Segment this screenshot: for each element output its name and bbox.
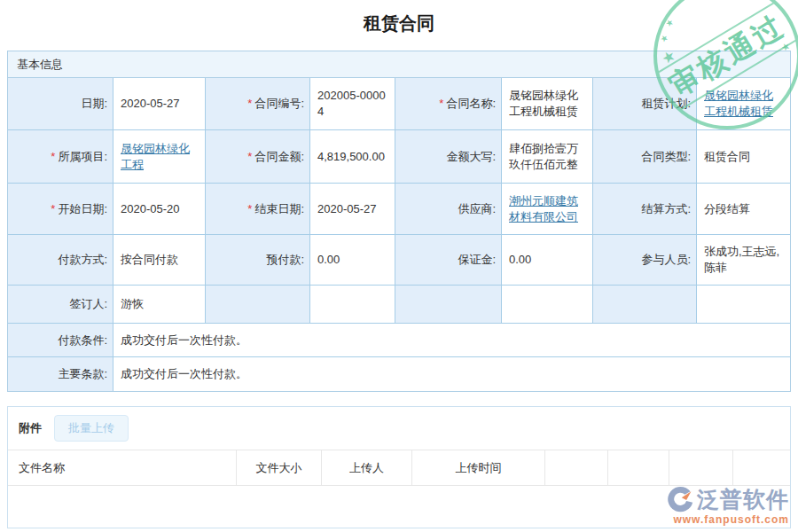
field-participants-value: 张成功,王志远,陈菲 xyxy=(696,235,790,285)
empty-label-cell xyxy=(592,286,696,323)
basic-info-panel: 基本信息 日期: 2020-05-27 *合同编号: 202005-00004 … xyxy=(7,51,791,392)
field-contract-amount-value: 4,819,500.00 xyxy=(309,130,395,183)
field-signer-value: 游恢 xyxy=(113,286,205,323)
form-row: 签订人: 游恢 xyxy=(8,286,790,324)
attachments-header: 附件 批量上传 xyxy=(8,407,790,448)
field-settlement-value: 分段结算 xyxy=(696,184,790,234)
form-row: 主要条款: 成功交付后一次性付款。 xyxy=(8,357,790,391)
field-date-value: 2020-05-27 xyxy=(113,78,205,129)
field-contract-name-value: 晟铭园林绿化工程机械租赁 xyxy=(501,78,592,129)
column-empty xyxy=(544,450,607,485)
required-marker: * xyxy=(51,201,55,217)
form-row: 付款条件: 成功交付后一次性付款。 xyxy=(8,324,790,357)
project-link[interactable]: 晟铭园林绿化工程 xyxy=(121,141,198,172)
field-contract-type-label: 合同类型: xyxy=(592,130,696,183)
field-amount-words-value: 肆佰捌拾壹万玖仟伍佰元整 xyxy=(501,130,592,183)
field-project-label: *所属项目: xyxy=(8,130,113,183)
empty-value-cell xyxy=(309,286,395,323)
empty-value-cell xyxy=(501,286,592,323)
required-marker: * xyxy=(247,149,252,165)
column-empty xyxy=(732,450,790,485)
field-lease-plan-label: 租赁计划: xyxy=(592,78,696,129)
field-supplier-label: 供应商: xyxy=(395,184,501,234)
batch-upload-button[interactable]: 批量上传 xyxy=(54,415,129,442)
supplier-link[interactable]: 潮州元顺建筑材料有限公司 xyxy=(509,193,585,224)
lease-plan-link[interactable]: 晟铭园林绿化工程机械租赁 xyxy=(704,88,783,119)
field-settlement-label: 结算方式: xyxy=(592,184,696,234)
field-participants-label: 参与人员: xyxy=(592,235,696,285)
vendor-watermark: 泛普软件 www.fanpusoft.com xyxy=(666,485,789,526)
field-contract-name-label: *合同名称: xyxy=(395,78,501,129)
required-marker: * xyxy=(247,96,252,112)
field-amount-words-label: 金额大写: xyxy=(395,130,501,183)
field-payment-terms-value: 成功交付后一次性付款。 xyxy=(113,324,790,356)
attachments-table-header: 文件名称 文件大小 上传人 上传时间 xyxy=(8,450,790,486)
field-signer-label: 签订人: xyxy=(8,286,113,323)
field-start-date-value: 2020-05-20 xyxy=(113,184,205,234)
field-deposit-value: 0.00 xyxy=(501,235,592,285)
form-row: *开始日期: 2020-05-20 *结束日期: 2020-05-27 供应商:… xyxy=(8,184,790,235)
field-contract-no-value: 202005-00004 xyxy=(309,78,395,129)
form-row: 日期: 2020-05-27 *合同编号: 202005-00004 *合同名称… xyxy=(8,78,790,130)
attachments-section-title: 附件 xyxy=(19,420,42,436)
empty-label-cell xyxy=(205,286,309,323)
field-main-terms-value: 成功交付后一次性付款。 xyxy=(113,357,790,391)
column-file-name: 文件名称 xyxy=(8,450,236,485)
empty-label-cell xyxy=(395,286,501,323)
field-contract-no-label: *合同编号: xyxy=(205,78,309,129)
column-upload-time: 上传时间 xyxy=(411,450,544,485)
field-contract-amount-label: *合同金额: xyxy=(205,130,309,183)
column-uploader: 上传人 xyxy=(321,450,411,485)
field-lease-plan-value: 晟铭园林绿化工程机械租赁 xyxy=(696,78,790,129)
field-prepayment-label: 预付款: xyxy=(205,235,309,285)
column-empty xyxy=(607,450,669,485)
field-supplier-value: 潮州元顺建筑材料有限公司 xyxy=(501,184,592,234)
fanpu-logo-icon xyxy=(666,486,694,514)
page: { "page": { "title": "租赁合同" }, "stamp": … xyxy=(0,0,798,532)
field-end-date-value: 2020-05-27 xyxy=(309,184,395,234)
field-contract-type-value: 租赁合同 xyxy=(696,130,790,183)
required-marker: * xyxy=(51,149,55,165)
form-row: *所属项目: 晟铭园林绿化工程 *合同金额: 4,819,500.00 金额大写… xyxy=(8,130,790,184)
vendor-url: www.fanpusoft.com xyxy=(673,513,789,526)
empty-value-cell xyxy=(696,286,790,323)
form-row: 付款方式: 按合同付款 预付款: 0.00 保证金: 0.00 参与人员: 张成… xyxy=(8,235,790,286)
basic-info-section-title: 基本信息 xyxy=(8,51,790,78)
vendor-watermark-row: 泛普软件 xyxy=(666,485,789,514)
page-title: 租赁合同 xyxy=(0,0,798,35)
field-end-date-label: *结束日期: xyxy=(205,184,309,234)
field-payment-terms-label: 付款条件: xyxy=(8,324,113,356)
field-start-date-label: *开始日期: xyxy=(8,184,113,234)
field-deposit-label: 保证金: xyxy=(395,235,501,285)
column-empty xyxy=(669,450,732,485)
required-marker: * xyxy=(247,201,252,217)
field-payment-method-value: 按合同付款 xyxy=(113,235,205,285)
vendor-brand-name: 泛普软件 xyxy=(697,485,789,514)
field-prepayment-value: 0.00 xyxy=(309,235,395,285)
field-project-value: 晟铭园林绿化工程 xyxy=(113,130,205,183)
column-file-size: 文件大小 xyxy=(236,450,321,485)
field-main-terms-label: 主要条款: xyxy=(8,357,113,391)
field-date-label: 日期: xyxy=(8,78,113,129)
field-payment-method-label: 付款方式: xyxy=(8,235,113,285)
required-marker: * xyxy=(439,96,443,112)
